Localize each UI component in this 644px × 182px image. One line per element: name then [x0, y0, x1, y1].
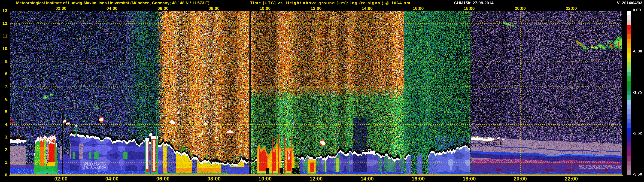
time-tick-bottom: 04:00: [97, 176, 127, 182]
height-tick: 1.: [0, 160, 8, 165]
height-tick: 6.: [0, 96, 8, 102]
colorbar-tick: -1.75: [633, 90, 644, 95]
colorbar-tick: -2.62: [633, 131, 644, 136]
time-tick-bottom: 02:00: [46, 176, 76, 182]
time-tick-top: 12:00: [303, 6, 329, 11]
time-tick-top: 06:00: [150, 6, 176, 11]
height-tick: 12.: [0, 21, 8, 26]
time-tick-bottom: 12:00: [301, 176, 331, 182]
time-tick-top: 04:00: [99, 6, 125, 11]
plot-title: Time [UTC] vs. Height above ground [km]:…: [250, 1, 411, 5]
time-tick-top: 10:00: [252, 6, 278, 11]
colorbar-tick: 0.00: [633, 8, 644, 12]
time-tick-bottom: 20:00: [505, 176, 536, 182]
height-tick: 10.: [0, 46, 8, 51]
height-tick: 11.: [0, 33, 8, 39]
time-tick-top: 20:00: [508, 6, 533, 11]
time-tick-bottom: 08:00: [199, 176, 229, 182]
time-tick-bottom: 22:00: [556, 176, 586, 182]
time-tick-top: 18:00: [456, 6, 482, 11]
height-tick: 4.: [0, 122, 8, 127]
colorbar-tick: -3.50: [633, 172, 644, 177]
time-tick-top: 14:00: [354, 6, 380, 11]
colorbar-tick: -0.88: [633, 49, 644, 54]
height-tick: 9.: [0, 59, 8, 64]
time-tick-bottom: 18:00: [454, 176, 484, 182]
institute-title: Meteorological Institute of Ludwig-Maxim…: [16, 1, 211, 5]
height-tick: 7.: [0, 84, 8, 89]
version-stamp: V: 2014/04/03: [617, 1, 642, 5]
time-tick-top: 08:00: [201, 6, 227, 11]
height-tick: 0.: [0, 172, 8, 178]
height-tick: 13.: [0, 8, 8, 13]
time-tick-bottom: 16:00: [403, 176, 433, 182]
height-tick: 5.: [0, 109, 8, 114]
height-tick: 3.: [0, 134, 8, 140]
time-tick-bottom: 06:00: [148, 176, 178, 182]
instrument-date: CHM15k: 27-08-2014: [454, 1, 494, 5]
heatmap-canvas: [0, 0, 644, 182]
time-tick-top: 22:00: [558, 6, 584, 11]
time-tick-bottom: 10:00: [250, 176, 280, 182]
height-tick: 8.: [0, 71, 8, 77]
time-tick-bottom: 14:00: [352, 176, 382, 182]
time-tick-top: 02:00: [48, 6, 74, 11]
time-tick-top: 16:00: [405, 6, 431, 11]
ceilometer-quicklook: Meteorological Institute of Ludwig-Maxim…: [0, 0, 644, 182]
height-tick: 2.: [0, 147, 8, 152]
